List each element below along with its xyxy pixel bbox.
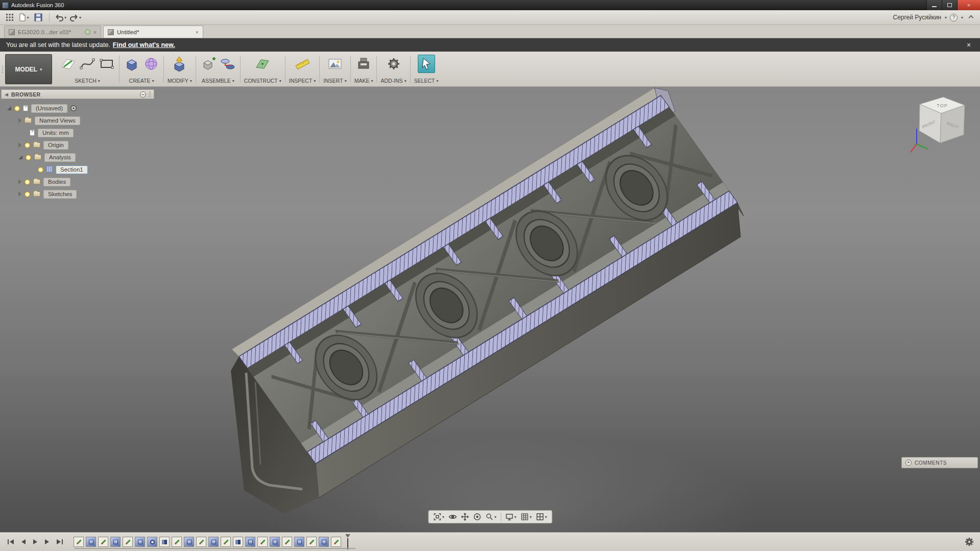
chevron-down-icon[interactable]: ▾ (961, 15, 963, 20)
save-button[interactable] (33, 12, 44, 23)
app-grid-icon[interactable] (4, 12, 15, 23)
pan-button[interactable] (459, 511, 470, 522)
create-sketch-icon[interactable] (59, 55, 77, 73)
redo-button[interactable]: ▾ (69, 12, 81, 23)
timeline-feature-icon[interactable] (147, 537, 157, 547)
collapse-toolbar-icon[interactable] (969, 15, 974, 20)
document-tab-active[interactable]: Untitled* × (103, 26, 203, 38)
expand-caret-icon[interactable] (18, 142, 21, 148)
chevron-down-icon[interactable]: ▾ (945, 15, 947, 20)
expand-caret-icon[interactable] (18, 118, 21, 123)
orbit-button[interactable] (471, 511, 483, 522)
ribbon-group-menu[interactable]: ADD-INS (380, 78, 406, 84)
tab-close-icon[interactable]: × (93, 29, 97, 35)
timeline-feature-icon[interactable] (319, 537, 329, 547)
look-at-button[interactable] (447, 511, 458, 522)
display-settings-button[interactable]: ▾ (504, 511, 518, 522)
notification-close-icon[interactable]: × (964, 41, 974, 49)
timeline-feature-icon[interactable] (282, 537, 292, 547)
coil-icon[interactable] (142, 55, 160, 73)
expand-caret-icon[interactable] (18, 179, 21, 184)
ribbon-group-menu[interactable]: INSPECT (289, 78, 316, 84)
timeline-track[interactable] (75, 548, 355, 549)
browser-header[interactable]: ◀ BROWSER (1, 89, 154, 99)
timeline-feature-icon[interactable] (331, 537, 341, 547)
help-icon[interactable]: ? (950, 14, 958, 21)
timeline-feature-icon[interactable] (233, 537, 243, 547)
visibility-bulb-icon[interactable] (25, 142, 30, 148)
timeline-feature-icon[interactable] (306, 537, 317, 547)
step-forward-button[interactable] (42, 536, 53, 547)
ribbon-group-menu[interactable]: SKETCH (75, 78, 100, 84)
ribbon-group-menu[interactable]: MODIFY (168, 78, 192, 84)
new-component-icon[interactable] (200, 55, 217, 73)
comments-bar[interactable]: + COMMENTS (901, 457, 978, 468)
construction-plane-icon[interactable] (254, 55, 271, 73)
browser-item-bodies[interactable]: Bodies (1, 176, 154, 187)
ribbon-group-menu[interactable]: MAKE (354, 78, 373, 84)
browser-item-root[interactable]: (Unsaved) (1, 103, 154, 114)
select-cursor-icon[interactable] (418, 55, 435, 73)
timeline-feature-icon[interactable] (135, 537, 145, 547)
workspace-selector[interactable]: MODEL (5, 54, 52, 84)
browser-item-sketches[interactable]: Sketches (1, 188, 154, 200)
browser-item-units[interactable]: Units: mm (1, 127, 154, 138)
ribbon-group-menu[interactable]: INSERT (323, 78, 346, 84)
timeline-feature-icon[interactable] (98, 537, 108, 547)
timeline-position-marker[interactable] (344, 534, 351, 549)
timeline-feature-icon[interactable] (294, 537, 304, 547)
user-name[interactable]: Сергей Русяйкин (893, 14, 941, 21)
collapse-panel-icon[interactable]: ◀ (5, 92, 8, 97)
timeline-feature-icon[interactable] (110, 537, 121, 547)
browser-item-section1[interactable]: Section1 (1, 164, 154, 175)
expand-caret-icon[interactable] (18, 191, 21, 197)
document-tab-inactive[interactable]: EG3020.0...der v03* × (4, 26, 101, 38)
timeline-feature-icon[interactable] (123, 537, 133, 547)
fit-view-button[interactable]: ▾ (432, 511, 446, 522)
spline-icon[interactable] (79, 55, 96, 73)
visibility-bulb-icon[interactable] (25, 179, 30, 185)
file-menu-button[interactable]: ▾ (18, 12, 30, 23)
joint-icon[interactable] (219, 55, 236, 73)
zoom-button[interactable]: ▾ (484, 511, 498, 522)
skip-to-start-button[interactable] (5, 536, 16, 547)
step-back-button[interactable] (17, 536, 29, 547)
minimize-button[interactable] (926, 0, 942, 10)
timeline-feature-icon[interactable] (159, 537, 170, 547)
viewport-layout-button[interactable]: ▾ (534, 511, 548, 522)
3d-print-icon[interactable] (355, 55, 372, 73)
skip-to-end-button[interactable] (54, 536, 65, 547)
measure-icon[interactable] (294, 55, 311, 73)
browser-item-analysis[interactable]: Analysis (1, 152, 154, 163)
extrude-icon[interactable] (123, 55, 140, 73)
minimize-panel-icon[interactable] (140, 91, 146, 98)
timeline-feature-icon[interactable] (208, 537, 219, 547)
visibility-bulb-icon[interactable] (25, 191, 30, 197)
timeline-feature-icon[interactable] (257, 537, 268, 547)
timeline-feature-icon[interactable] (221, 537, 231, 547)
undo-button[interactable]: ▾ (55, 12, 66, 23)
scripts-addins-icon[interactable] (385, 55, 402, 73)
timeline-settings-gear-icon[interactable] (964, 536, 975, 547)
play-button[interactable] (30, 536, 41, 547)
expand-caret-icon[interactable] (7, 106, 11, 110)
expand-caret-icon[interactable] (18, 155, 22, 159)
model-canvas[interactable]: ◀ BROWSER (Unsaved) Named Views (0, 87, 980, 532)
ribbon-group-menu[interactable]: ASSEMBLE (202, 78, 234, 84)
activate-radio-icon[interactable] (70, 105, 77, 111)
ribbon-group-menu[interactable]: CREATE (129, 78, 154, 84)
whats-new-link[interactable]: Find out what's new. (113, 41, 175, 49)
timeline-feature-icon[interactable] (74, 537, 84, 547)
grid-settings-button[interactable]: ▾ (519, 511, 533, 522)
ribbon-group-menu[interactable]: CONSTRUCT (244, 78, 281, 84)
timeline-feature-icon[interactable] (86, 537, 96, 547)
browser-item-origin[interactable]: Origin (1, 139, 154, 151)
tab-close-icon[interactable]: × (196, 29, 199, 35)
browser-item-named-views[interactable]: Named Views (1, 115, 154, 126)
timeline-feature-icon[interactable] (172, 537, 182, 547)
timeline-feature-icon[interactable] (245, 537, 255, 547)
press-pull-icon[interactable] (171, 55, 188, 73)
visibility-bulb-icon[interactable] (26, 155, 31, 160)
view-cube[interactable]: TOP FRONT RIGHT (910, 91, 973, 160)
close-button[interactable]: × (957, 0, 980, 10)
